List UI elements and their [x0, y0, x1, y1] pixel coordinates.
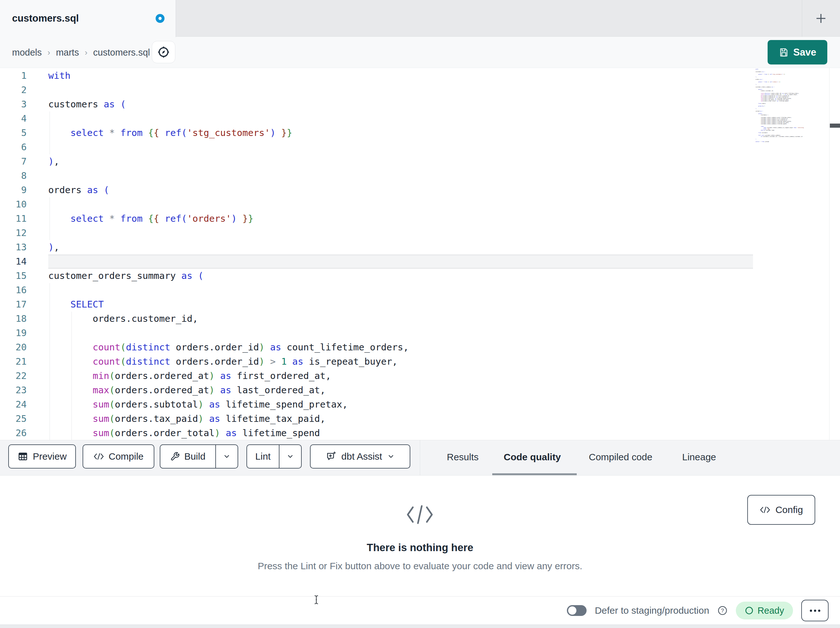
- line-number: 11: [0, 212, 27, 226]
- build-label: Build: [184, 451, 205, 462]
- save-label: Save: [793, 47, 816, 58]
- code-icon: [759, 506, 771, 514]
- breadcrumb-marts[interactable]: marts: [56, 47, 79, 58]
- line-number: 1: [0, 69, 27, 83]
- line-number: 2: [0, 83, 27, 97]
- dbt-assist-button[interactable]: dbt Assist: [310, 445, 410, 468]
- code-line[interactable]: select * from {{ ref('stg_customers') }}: [48, 126, 409, 140]
- empty-state-title: There is nothing here: [0, 542, 840, 554]
- code-line[interactable]: [48, 255, 409, 269]
- line-number: 3: [0, 97, 27, 111]
- new-tab-button[interactable]: [802, 0, 840, 37]
- code-line[interactable]: ),: [48, 240, 409, 255]
- dot-icon: [818, 610, 820, 612]
- tab-compiled-code[interactable]: Compiled code: [589, 440, 652, 474]
- defer-label: Defer to staging/production: [595, 605, 709, 616]
- lint-dropdown-button[interactable]: [279, 445, 301, 468]
- scrollbar-annotation[interactable]: [830, 123, 840, 128]
- ready-label: Ready: [758, 606, 784, 616]
- line-number: 26: [0, 426, 27, 440]
- code-line[interactable]: orders.customer_id,: [48, 312, 409, 326]
- active-tab-underline: [492, 473, 577, 475]
- build-button[interactable]: Build: [160, 445, 215, 468]
- code-line[interactable]: select * from {{ ref('orders') }}: [48, 212, 409, 226]
- toggle-knob: [568, 606, 576, 615]
- breadcrumb: models › marts › customers.sql: [12, 37, 150, 68]
- code-line[interactable]: count(distinct orders.order_id) > 1 as i…: [48, 354, 409, 369]
- code-line[interactable]: with: [48, 69, 409, 83]
- plus-icon: [814, 12, 827, 25]
- tab-code-quality[interactable]: Code quality: [504, 440, 561, 474]
- code-line[interactable]: [48, 169, 409, 183]
- results-panel: There is nothing here Press the Lint or …: [0, 476, 840, 596]
- code-line[interactable]: [48, 83, 409, 97]
- line-number: 9: [0, 183, 27, 197]
- code-line[interactable]: sum(orders.tax_paid) as lifetime_tax_pai…: [48, 412, 409, 426]
- lint-split-button: Lint: [246, 445, 302, 468]
- code-line[interactable]: count(distinct orders.order_id) as count…: [48, 340, 409, 354]
- breadcrumb-separator: ›: [47, 47, 51, 57]
- code-line[interactable]: customer_orders_summary as (: [48, 269, 409, 283]
- save-button[interactable]: Save: [767, 40, 827, 65]
- save-floppy-icon: [779, 47, 789, 57]
- line-number: 6: [0, 140, 27, 154]
- code-line[interactable]: max(orders.ordered_at) as last_ordered_a…: [48, 383, 409, 397]
- line-number: 25: [0, 412, 27, 426]
- code-line[interactable]: SELECT: [48, 297, 409, 312]
- tab-customers-sql[interactable]: customers.sql: [0, 0, 176, 37]
- config-button[interactable]: Config: [747, 495, 815, 525]
- code-line[interactable]: ),: [48, 154, 409, 169]
- code-line[interactable]: sum(orders.subtotal) as lifetime_spend_p…: [48, 397, 409, 412]
- chevron-down-icon: [286, 452, 294, 460]
- compass-icon: [156, 45, 171, 59]
- lint-button[interactable]: Lint: [247, 445, 279, 468]
- breadcrumb-models[interactable]: models: [12, 47, 42, 58]
- code-line[interactable]: orders as (: [48, 183, 409, 197]
- dot-icon: [814, 610, 816, 612]
- config-label: Config: [775, 505, 803, 515]
- wrench-icon: [170, 452, 180, 461]
- code-line[interactable]: [48, 226, 409, 240]
- compile-button[interactable]: Compile: [82, 445, 154, 468]
- tab-title: customers.sql: [12, 0, 79, 37]
- chevron-down-icon: [387, 452, 395, 460]
- lint-label: Lint: [255, 451, 271, 462]
- preview-button[interactable]: Preview: [8, 445, 76, 468]
- code-line[interactable]: [48, 111, 409, 126]
- code-editor[interactable]: 1234567891011121314151617181920212223242…: [0, 68, 840, 440]
- status-badge[interactable]: Ready: [736, 602, 793, 619]
- line-number: 10: [0, 197, 27, 212]
- line-number: 16: [0, 283, 27, 297]
- line-number: 20: [0, 340, 27, 354]
- more-options-button[interactable]: [801, 600, 829, 621]
- line-number: 23: [0, 383, 27, 397]
- ready-circle-icon: [745, 606, 754, 615]
- ibeam-cursor-icon: [313, 595, 320, 605]
- code-line[interactable]: [48, 140, 409, 154]
- line-number: 8: [0, 169, 27, 183]
- code-line[interactable]: [48, 326, 409, 340]
- empty-state-code-icon: [404, 504, 435, 525]
- line-number: 17: [0, 297, 27, 312]
- file-explore-button[interactable]: [152, 41, 175, 63]
- svg-text:?: ?: [721, 607, 724, 614]
- assist-label: dbt Assist: [341, 451, 382, 462]
- defer-toggle[interactable]: [567, 605, 587, 616]
- tab-results[interactable]: Results: [447, 440, 478, 474]
- build-split-button: Build: [160, 445, 238, 468]
- code-line[interactable]: customers as (: [48, 97, 409, 111]
- help-icon[interactable]: ?: [717, 606, 728, 615]
- assist-chat-sparkle-icon: [325, 451, 336, 462]
- compile-label: Compile: [109, 451, 144, 462]
- build-dropdown-button[interactable]: [215, 445, 238, 468]
- dot-icon: [810, 610, 812, 612]
- code-line[interactable]: sum(orders.order_total) as lifetime_spen…: [48, 426, 409, 440]
- tab-lineage[interactable]: Lineage: [682, 440, 716, 474]
- code-content[interactable]: with customers as ( select * from {{ ref…: [48, 69, 409, 440]
- minimap[interactable]: with customers as ( select * from {{ ref…: [756, 69, 804, 145]
- line-number: 22: [0, 369, 27, 383]
- code-line[interactable]: [48, 283, 409, 297]
- action-toolbar: Preview Compile Build Lint: [0, 440, 840, 476]
- code-line[interactable]: min(orders.ordered_at) as first_ordered_…: [48, 369, 409, 383]
- code-line[interactable]: [48, 197, 409, 212]
